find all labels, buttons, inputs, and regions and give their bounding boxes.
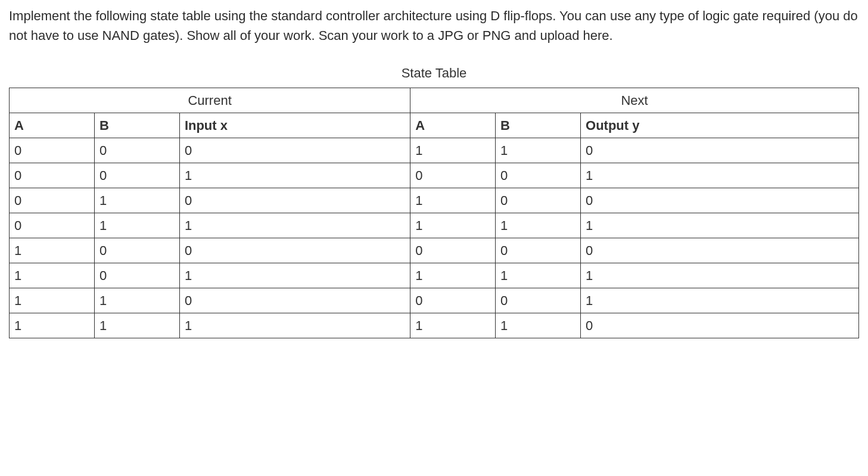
col-header-input-x: Input x (179, 113, 410, 138)
group-header-row: Current Next (10, 88, 859, 113)
cell: 0 (10, 188, 95, 213)
table-row: 0 0 0 1 1 0 (10, 138, 859, 163)
cell: 1 (581, 288, 859, 313)
cell: 1 (10, 313, 95, 338)
col-header-b-current: B (94, 113, 179, 138)
cell: 0 (10, 138, 95, 163)
col-header-a-current: A (10, 113, 95, 138)
table-row: 0 0 1 0 0 1 (10, 163, 859, 188)
cell: 0 (10, 163, 95, 188)
col-header-output-y: Output y (581, 113, 859, 138)
cell: 0 (581, 238, 859, 263)
table-row: 1 0 1 1 1 1 (10, 263, 859, 288)
cell: 1 (581, 213, 859, 238)
problem-instructions: Implement the following state table usin… (9, 6, 859, 45)
cell: 0 (179, 138, 410, 163)
cell: 0 (581, 138, 859, 163)
column-header-row: A B Input x A B Output y (10, 113, 859, 138)
cell: 1 (410, 313, 496, 338)
cell: 0 (179, 238, 410, 263)
cell: 1 (581, 263, 859, 288)
group-header-current: Current (10, 88, 410, 113)
cell: 1 (179, 213, 410, 238)
cell: 1 (496, 138, 581, 163)
cell: 0 (94, 238, 179, 263)
cell: 1 (94, 213, 179, 238)
cell: 0 (496, 188, 581, 213)
cell: 1 (496, 263, 581, 288)
cell: 0 (94, 163, 179, 188)
cell: 1 (410, 263, 496, 288)
cell: 0 (410, 238, 496, 263)
cell: 0 (94, 263, 179, 288)
table-body: 0 0 0 1 1 0 0 0 1 0 0 1 0 1 0 1 0 0 0 1 … (10, 138, 859, 338)
cell: 1 (179, 163, 410, 188)
table-row: 0 1 0 1 0 0 (10, 188, 859, 213)
cell: 0 (496, 288, 581, 313)
col-header-a-next: A (410, 113, 496, 138)
cell: 1 (410, 213, 496, 238)
table-row: 1 0 0 0 0 0 (10, 238, 859, 263)
cell: 0 (179, 288, 410, 313)
cell: 1 (179, 313, 410, 338)
cell: 1 (410, 138, 496, 163)
cell: 1 (10, 288, 95, 313)
state-table: Current Next A B Input x A B Output y 0 … (9, 88, 859, 338)
cell: 0 (581, 188, 859, 213)
cell: 1 (94, 313, 179, 338)
cell: 1 (94, 188, 179, 213)
col-header-b-next: B (496, 113, 581, 138)
cell: 1 (410, 188, 496, 213)
cell: 0 (410, 288, 496, 313)
table-row: 1 1 1 1 1 0 (10, 313, 859, 338)
cell: 0 (179, 188, 410, 213)
cell: 0 (10, 213, 95, 238)
cell: 0 (496, 163, 581, 188)
cell: 1 (94, 288, 179, 313)
table-row: 0 1 1 1 1 1 (10, 213, 859, 238)
table-title: State Table (9, 63, 859, 83)
cell: 1 (581, 163, 859, 188)
cell: 0 (410, 163, 496, 188)
cell: 1 (179, 263, 410, 288)
group-header-next: Next (410, 88, 859, 113)
cell: 0 (496, 238, 581, 263)
cell: 1 (496, 213, 581, 238)
cell: 0 (581, 313, 859, 338)
cell: 1 (10, 263, 95, 288)
cell: 0 (94, 138, 179, 163)
cell: 1 (10, 238, 95, 263)
cell: 1 (496, 313, 581, 338)
table-row: 1 1 0 0 0 1 (10, 288, 859, 313)
